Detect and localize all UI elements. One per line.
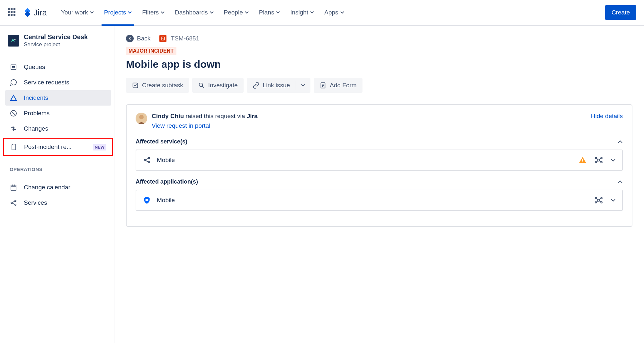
warning-icon [578, 156, 587, 164]
nav-plans[interactable]: Plans [255, 7, 284, 18]
chevron-down-icon [310, 11, 314, 14]
project-type: Service project [24, 41, 88, 48]
main-content: Back ITSM-6851 MAJOR INCIDENT Mobile app… [114, 26, 644, 343]
investigate-button[interactable]: Investigate [192, 78, 244, 93]
affected-service-item[interactable]: Mobile [136, 150, 623, 171]
svg-line-39 [600, 159, 601, 159]
chat-icon [10, 79, 17, 86]
svg-line-51 [600, 201, 601, 202]
sidebar-item-post-incident-reviews[interactable]: Post-incident re... NEW [3, 138, 113, 156]
operations-heading: OPERATIONS [5, 158, 111, 175]
add-form-button[interactable]: Add Form [314, 78, 362, 93]
svg-point-12 [15, 204, 16, 205]
nav-projects[interactable]: Projects [100, 7, 136, 18]
nav-filters[interactable]: Filters [138, 7, 168, 18]
svg-point-27 [148, 157, 149, 159]
requester-text: Cindy Chiu raised this request via Jira [152, 113, 257, 120]
project-header[interactable]: Central Service Desk Service project [5, 33, 111, 54]
cancel-icon [10, 109, 17, 117]
sidebar-item-label: Service requests [24, 79, 69, 86]
nav-apps[interactable]: Apps [320, 7, 348, 18]
link-issue-dropdown[interactable] [296, 78, 310, 93]
sidebar-item-service-requests[interactable]: Service requests [5, 75, 111, 90]
queue-icon [10, 63, 17, 71]
svg-point-45 [601, 197, 602, 199]
svg-rect-31 [582, 159, 583, 161]
issue-title[interactable]: Mobile app is down [126, 58, 632, 70]
svg-line-14 [12, 203, 15, 204]
network-icon [10, 199, 17, 207]
affected-applications-header[interactable]: Affected application(s) [136, 178, 623, 185]
svg-point-11 [15, 200, 16, 202]
svg-point-34 [595, 157, 596, 159]
svg-point-18 [199, 83, 202, 87]
view-in-portal-link[interactable]: View request in portal [152, 122, 210, 129]
sidebar-item-change-calendar[interactable]: Change calendar [5, 180, 111, 195]
sidebar-nav: Queues Service requests Incidents Proble… [5, 59, 111, 156]
svg-point-37 [601, 161, 602, 163]
link-issue-button[interactable]: Link issue [247, 78, 296, 93]
svg-rect-42 [146, 199, 148, 201]
affected-services-header[interactable]: Affected service(s) [136, 138, 623, 145]
expand-button[interactable] [611, 198, 616, 202]
jira-logo[interactable]: Jira [23, 8, 47, 18]
application-name: Mobile [157, 197, 589, 204]
network-icon [143, 156, 151, 164]
svg-point-0 [14, 39, 16, 40]
graph-icon[interactable] [595, 196, 603, 204]
alert-triangle-icon [10, 94, 17, 102]
svg-line-5 [12, 111, 15, 115]
svg-line-38 [597, 159, 598, 159]
create-subtask-button[interactable]: Create subtask [126, 78, 189, 93]
svg-line-48 [597, 199, 598, 200]
svg-rect-1 [11, 65, 16, 69]
arrow-left-icon [126, 35, 134, 42]
svg-point-43 [598, 199, 600, 202]
chevron-down-icon [128, 11, 132, 14]
app-switcher-icon[interactable] [8, 8, 17, 17]
svg-line-49 [600, 199, 601, 200]
nav-dashboards[interactable]: Dashboards [171, 7, 217, 18]
major-incident-badge: MAJOR INCIDENT [126, 47, 176, 55]
sidebar-operations-nav: Change calendar Services [5, 180, 111, 211]
chevron-up-icon [618, 180, 623, 184]
jira-icon [23, 8, 32, 17]
link-icon [253, 82, 260, 89]
nav-people[interactable]: People [220, 7, 253, 18]
sidebar-item-queues[interactable]: Queues [5, 59, 111, 75]
sidebar-item-incidents[interactable]: Incidents [5, 90, 111, 106]
back-button[interactable]: Back [126, 35, 150, 42]
sidebar-item-label: Problems [24, 110, 49, 117]
svg-point-47 [601, 202, 602, 203]
section-title: Affected application(s) [136, 178, 198, 185]
svg-rect-17 [133, 83, 138, 88]
nav-your-work[interactable]: Your work [57, 7, 98, 18]
swap-icon [10, 125, 17, 133]
svg-line-50 [597, 201, 598, 202]
svg-point-28 [148, 161, 149, 163]
sidebar-item-changes[interactable]: Changes [5, 121, 111, 136]
sidebar-item-label: Incidents [24, 94, 48, 101]
sidebar-item-label: Changes [24, 125, 48, 132]
chevron-down-icon [90, 11, 94, 14]
nav-insight[interactable]: Insight [286, 7, 318, 18]
expand-button[interactable] [611, 158, 616, 162]
requester-avatar[interactable] [136, 113, 147, 124]
sidebar-item-problems[interactable]: Problems [5, 106, 111, 121]
incident-type-icon [159, 35, 166, 42]
sidebar-item-label: Queues [24, 64, 45, 71]
issue-key-link[interactable]: ITSM-6851 [159, 35, 199, 42]
svg-point-44 [595, 197, 596, 199]
graph-icon[interactable] [595, 156, 603, 164]
action-bar: Create subtask Investigate Link issue Ad… [126, 78, 632, 93]
hide-details-link[interactable]: Hide details [591, 113, 623, 120]
form-icon [319, 82, 326, 89]
breadcrumb: Back ITSM-6851 [126, 35, 632, 42]
svg-point-26 [144, 159, 145, 161]
create-button[interactable]: Create [605, 5, 636, 20]
affected-application-item[interactable]: Mobile [136, 190, 623, 211]
sidebar-item-services[interactable]: Services [5, 195, 111, 211]
document-icon [10, 143, 18, 151]
svg-point-35 [601, 157, 602, 159]
chevron-down-icon [340, 11, 344, 14]
